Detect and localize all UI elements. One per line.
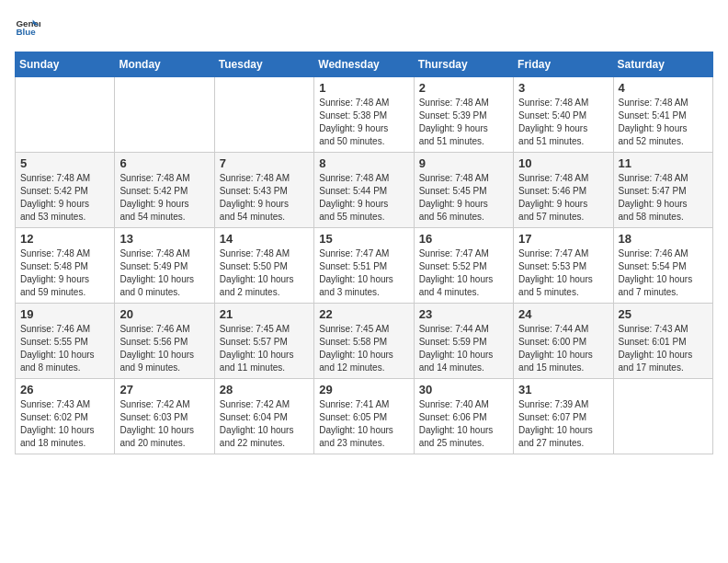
col-header-tuesday: Tuesday bbox=[214, 52, 313, 77]
day-info: Sunrise: 7:48 AM Sunset: 5:45 PM Dayligh… bbox=[419, 172, 508, 224]
day-cell: 7Sunrise: 7:48 AM Sunset: 5:43 PM Daylig… bbox=[214, 153, 313, 228]
day-cell: 25Sunrise: 7:43 AM Sunset: 6:01 PM Dayli… bbox=[613, 304, 712, 379]
day-info: Sunrise: 7:48 AM Sunset: 5:43 PM Dayligh… bbox=[220, 172, 309, 224]
day-cell: 24Sunrise: 7:44 AM Sunset: 6:00 PM Dayli… bbox=[514, 304, 613, 379]
day-cell: 28Sunrise: 7:42 AM Sunset: 6:04 PM Dayli… bbox=[214, 379, 313, 454]
day-number: 12 bbox=[20, 232, 109, 246]
day-info: Sunrise: 7:43 AM Sunset: 6:02 PM Dayligh… bbox=[20, 398, 109, 450]
day-number: 4 bbox=[619, 81, 708, 95]
day-number: 10 bbox=[518, 156, 608, 170]
calendar-table: SundayMondayTuesdayWednesdayThursdayFrid… bbox=[15, 52, 713, 454]
day-cell: 8Sunrise: 7:48 AM Sunset: 5:44 PM Daylig… bbox=[314, 153, 414, 228]
day-cell bbox=[115, 77, 214, 153]
day-cell: 15Sunrise: 7:47 AM Sunset: 5:51 PM Dayli… bbox=[314, 228, 414, 304]
day-info: Sunrise: 7:48 AM Sunset: 5:42 PM Dayligh… bbox=[20, 172, 109, 224]
day-number: 8 bbox=[319, 156, 408, 170]
header-row: SundayMondayTuesdayWednesdayThursdayFrid… bbox=[16, 52, 713, 77]
col-header-saturday: Saturday bbox=[613, 52, 712, 77]
day-info: Sunrise: 7:44 AM Sunset: 5:59 PM Dayligh… bbox=[419, 323, 508, 374]
day-cell: 1Sunrise: 7:48 AM Sunset: 5:38 PM Daylig… bbox=[314, 77, 414, 153]
col-header-sunday: Sunday bbox=[16, 52, 115, 77]
day-number: 20 bbox=[119, 307, 209, 321]
day-number: 31 bbox=[518, 383, 608, 396]
day-number: 9 bbox=[419, 156, 508, 170]
day-number: 29 bbox=[319, 383, 408, 396]
day-cell: 27Sunrise: 7:42 AM Sunset: 6:03 PM Dayli… bbox=[115, 379, 214, 454]
day-info: Sunrise: 7:42 AM Sunset: 6:03 PM Dayligh… bbox=[119, 398, 209, 450]
day-number: 6 bbox=[119, 156, 209, 170]
day-cell: 17Sunrise: 7:47 AM Sunset: 5:53 PM Dayli… bbox=[514, 228, 613, 304]
day-cell: 5Sunrise: 7:48 AM Sunset: 5:42 PM Daylig… bbox=[16, 153, 115, 228]
day-number: 18 bbox=[619, 232, 708, 246]
day-info: Sunrise: 7:47 AM Sunset: 5:51 PM Dayligh… bbox=[319, 247, 408, 299]
day-number: 3 bbox=[518, 81, 608, 95]
day-cell: 16Sunrise: 7:47 AM Sunset: 5:52 PM Dayli… bbox=[414, 228, 513, 304]
week-row-1: 1Sunrise: 7:48 AM Sunset: 5:38 PM Daylig… bbox=[16, 77, 713, 153]
day-info: Sunrise: 7:48 AM Sunset: 5:41 PM Dayligh… bbox=[619, 97, 708, 148]
day-number: 11 bbox=[619, 156, 708, 170]
week-row-5: 26Sunrise: 7:43 AM Sunset: 6:02 PM Dayli… bbox=[16, 379, 713, 454]
day-number: 27 bbox=[119, 383, 209, 396]
day-number: 23 bbox=[419, 307, 508, 321]
day-cell: 20Sunrise: 7:46 AM Sunset: 5:56 PM Dayli… bbox=[115, 304, 214, 379]
day-info: Sunrise: 7:46 AM Sunset: 5:55 PM Dayligh… bbox=[20, 323, 109, 374]
day-number: 2 bbox=[419, 81, 508, 95]
day-number: 30 bbox=[419, 383, 508, 396]
day-cell: 13Sunrise: 7:48 AM Sunset: 5:49 PM Dayli… bbox=[115, 228, 214, 304]
day-info: Sunrise: 7:46 AM Sunset: 5:54 PM Dayligh… bbox=[619, 247, 708, 299]
day-cell bbox=[214, 77, 313, 153]
day-number: 26 bbox=[20, 383, 109, 396]
day-cell: 10Sunrise: 7:48 AM Sunset: 5:46 PM Dayli… bbox=[514, 153, 613, 228]
day-info: Sunrise: 7:46 AM Sunset: 5:56 PM Dayligh… bbox=[119, 323, 209, 374]
day-number: 24 bbox=[518, 307, 608, 321]
day-cell: 18Sunrise: 7:46 AM Sunset: 5:54 PM Dayli… bbox=[613, 228, 712, 304]
day-info: Sunrise: 7:41 AM Sunset: 6:05 PM Dayligh… bbox=[319, 398, 408, 450]
logo: General Blue bbox=[15, 15, 40, 40]
day-info: Sunrise: 7:40 AM Sunset: 6:06 PM Dayligh… bbox=[419, 398, 508, 450]
day-info: Sunrise: 7:48 AM Sunset: 5:50 PM Dayligh… bbox=[220, 247, 309, 299]
day-info: Sunrise: 7:42 AM Sunset: 6:04 PM Dayligh… bbox=[220, 398, 309, 450]
day-cell: 26Sunrise: 7:43 AM Sunset: 6:02 PM Dayli… bbox=[16, 379, 115, 454]
day-info: Sunrise: 7:47 AM Sunset: 5:53 PM Dayligh… bbox=[518, 247, 608, 299]
day-number: 16 bbox=[419, 232, 508, 246]
day-number: 22 bbox=[319, 307, 408, 321]
svg-text:Blue: Blue bbox=[16, 27, 36, 37]
week-row-4: 19Sunrise: 7:46 AM Sunset: 5:55 PM Dayli… bbox=[16, 304, 713, 379]
day-number: 1 bbox=[319, 81, 408, 95]
week-row-2: 5Sunrise: 7:48 AM Sunset: 5:42 PM Daylig… bbox=[16, 153, 713, 228]
week-row-3: 12Sunrise: 7:48 AM Sunset: 5:48 PM Dayli… bbox=[16, 228, 713, 304]
day-cell: 11Sunrise: 7:48 AM Sunset: 5:47 PM Dayli… bbox=[613, 153, 712, 228]
day-info: Sunrise: 7:39 AM Sunset: 6:07 PM Dayligh… bbox=[518, 398, 608, 450]
day-cell: 3Sunrise: 7:48 AM Sunset: 5:40 PM Daylig… bbox=[514, 77, 613, 153]
day-cell: 30Sunrise: 7:40 AM Sunset: 6:06 PM Dayli… bbox=[414, 379, 513, 454]
day-info: Sunrise: 7:48 AM Sunset: 5:39 PM Dayligh… bbox=[419, 97, 508, 148]
day-number: 15 bbox=[319, 232, 408, 246]
day-cell: 22Sunrise: 7:45 AM Sunset: 5:58 PM Dayli… bbox=[314, 304, 414, 379]
day-number: 13 bbox=[119, 232, 209, 246]
day-info: Sunrise: 7:48 AM Sunset: 5:38 PM Dayligh… bbox=[319, 97, 408, 148]
day-cell: 14Sunrise: 7:48 AM Sunset: 5:50 PM Dayli… bbox=[214, 228, 313, 304]
day-info: Sunrise: 7:48 AM Sunset: 5:40 PM Dayligh… bbox=[518, 97, 608, 148]
page-header: General Blue bbox=[15, 15, 713, 40]
col-header-friday: Friday bbox=[514, 52, 613, 77]
day-info: Sunrise: 7:45 AM Sunset: 5:58 PM Dayligh… bbox=[319, 323, 408, 374]
day-info: Sunrise: 7:47 AM Sunset: 5:52 PM Dayligh… bbox=[419, 247, 508, 299]
day-cell: 21Sunrise: 7:45 AM Sunset: 5:57 PM Dayli… bbox=[214, 304, 313, 379]
col-header-wednesday: Wednesday bbox=[314, 52, 414, 77]
day-info: Sunrise: 7:43 AM Sunset: 6:01 PM Dayligh… bbox=[619, 323, 708, 374]
day-cell bbox=[613, 379, 712, 454]
day-info: Sunrise: 7:48 AM Sunset: 5:47 PM Dayligh… bbox=[619, 172, 708, 224]
day-info: Sunrise: 7:48 AM Sunset: 5:42 PM Dayligh… bbox=[119, 172, 209, 224]
day-number: 7 bbox=[220, 156, 309, 170]
day-info: Sunrise: 7:48 AM Sunset: 5:48 PM Dayligh… bbox=[20, 247, 109, 299]
day-number: 28 bbox=[220, 383, 309, 396]
day-info: Sunrise: 7:48 AM Sunset: 5:49 PM Dayligh… bbox=[119, 247, 209, 299]
day-number: 14 bbox=[220, 232, 309, 246]
day-info: Sunrise: 7:48 AM Sunset: 5:46 PM Dayligh… bbox=[518, 172, 608, 224]
day-cell: 6Sunrise: 7:48 AM Sunset: 5:42 PM Daylig… bbox=[115, 153, 214, 228]
day-number: 25 bbox=[619, 307, 708, 321]
day-cell: 12Sunrise: 7:48 AM Sunset: 5:48 PM Dayli… bbox=[16, 228, 115, 304]
col-header-thursday: Thursday bbox=[414, 52, 513, 77]
col-header-monday: Monday bbox=[115, 52, 214, 77]
day-number: 17 bbox=[518, 232, 608, 246]
